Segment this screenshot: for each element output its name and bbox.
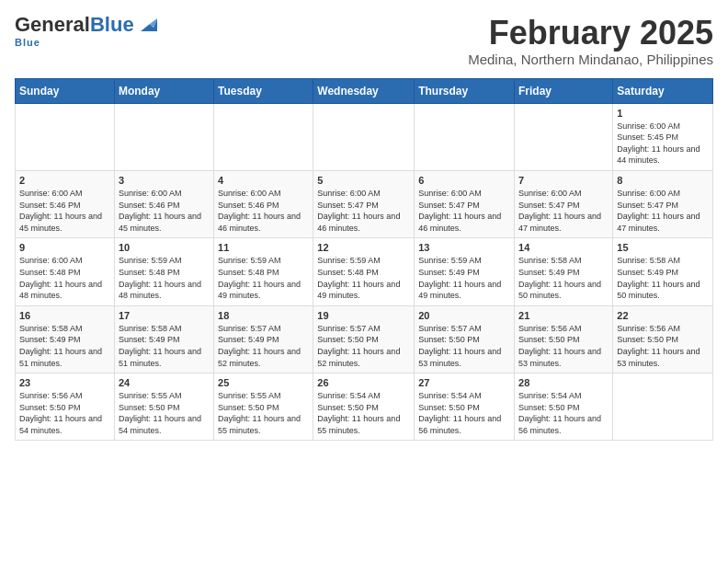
- day-info: Sunrise: 6:00 AM Sunset: 5:46 PM Dayligh…: [218, 188, 309, 234]
- day-number: 17: [119, 310, 210, 321]
- calendar-cell: 16Sunrise: 5:58 AM Sunset: 5:49 PM Dayli…: [16, 305, 115, 373]
- day-info: Sunrise: 6:00 AM Sunset: 5:48 PM Dayligh…: [19, 255, 110, 301]
- day-info: Sunrise: 5:55 AM Sunset: 5:50 PM Dayligh…: [218, 390, 309, 436]
- day-number: 23: [19, 377, 110, 388]
- day-number: 14: [518, 242, 609, 253]
- col-header-friday: Friday: [515, 78, 613, 103]
- day-number: 25: [218, 377, 309, 388]
- calendar-cell: [313, 103, 415, 170]
- page-header: GeneralBlue Blue February 2025 Medina, N…: [15, 15, 713, 67]
- day-info: Sunrise: 5:59 AM Sunset: 5:48 PM Dayligh…: [317, 255, 410, 301]
- col-header-monday: Monday: [114, 78, 213, 103]
- calendar-cell: 15Sunrise: 5:58 AM Sunset: 5:49 PM Dayli…: [613, 238, 713, 305]
- day-info: Sunrise: 5:58 AM Sunset: 5:49 PM Dayligh…: [617, 255, 709, 301]
- calendar-cell: 23Sunrise: 5:56 AM Sunset: 5:50 PM Dayli…: [16, 373, 115, 441]
- day-info: Sunrise: 6:00 AM Sunset: 5:45 PM Dayligh…: [617, 121, 709, 167]
- day-info: Sunrise: 5:58 AM Sunset: 5:49 PM Dayligh…: [518, 255, 609, 301]
- calendar-cell: 21Sunrise: 5:56 AM Sunset: 5:50 PM Dayli…: [515, 305, 613, 373]
- day-number: 24: [119, 377, 210, 388]
- calendar-week-2: 2Sunrise: 6:00 AM Sunset: 5:46 PM Daylig…: [16, 170, 713, 237]
- calendar-cell: [214, 103, 313, 170]
- col-header-thursday: Thursday: [415, 78, 515, 103]
- calendar-week-1: 1Sunrise: 6:00 AM Sunset: 5:45 PM Daylig…: [16, 103, 713, 170]
- location: Medina, Northern Mindanao, Philippines: [468, 52, 713, 67]
- day-info: Sunrise: 6:00 AM Sunset: 5:46 PM Dayligh…: [19, 188, 110, 234]
- logo-general: General: [15, 13, 90, 36]
- day-info: Sunrise: 5:59 AM Sunset: 5:49 PM Dayligh…: [418, 255, 510, 301]
- logo: GeneralBlue Blue: [15, 15, 157, 48]
- day-info: Sunrise: 6:00 AM Sunset: 5:47 PM Dayligh…: [317, 188, 410, 234]
- day-info: Sunrise: 5:59 AM Sunset: 5:48 PM Dayligh…: [119, 255, 210, 301]
- calendar-cell: 22Sunrise: 5:56 AM Sunset: 5:50 PM Dayli…: [613, 305, 713, 373]
- day-info: Sunrise: 5:58 AM Sunset: 5:49 PM Dayligh…: [119, 323, 210, 369]
- logo-subtitle: Blue: [15, 37, 40, 48]
- calendar-cell: 26Sunrise: 5:54 AM Sunset: 5:50 PM Dayli…: [313, 373, 415, 441]
- day-number: 1: [617, 108, 709, 119]
- calendar-cell: 24Sunrise: 5:55 AM Sunset: 5:50 PM Dayli…: [114, 373, 213, 441]
- calendar-cell: 3Sunrise: 6:00 AM Sunset: 5:46 PM Daylig…: [114, 170, 213, 237]
- col-header-saturday: Saturday: [613, 78, 713, 103]
- calendar-cell: 17Sunrise: 5:58 AM Sunset: 5:49 PM Dayli…: [114, 305, 213, 373]
- day-info: Sunrise: 5:59 AM Sunset: 5:48 PM Dayligh…: [218, 255, 309, 301]
- calendar-cell: 14Sunrise: 5:58 AM Sunset: 5:49 PM Dayli…: [515, 238, 613, 305]
- day-number: 6: [418, 175, 510, 186]
- day-number: 13: [418, 242, 510, 253]
- title-block: February 2025 Medina, Northern Mindanao,…: [468, 15, 713, 67]
- day-number: 19: [317, 310, 410, 321]
- calendar-cell: 12Sunrise: 5:59 AM Sunset: 5:48 PM Dayli…: [313, 238, 415, 305]
- day-info: Sunrise: 6:00 AM Sunset: 5:47 PM Dayligh…: [617, 188, 709, 234]
- calendar-cell: 18Sunrise: 5:57 AM Sunset: 5:49 PM Dayli…: [214, 305, 313, 373]
- calendar-cell: 9Sunrise: 6:00 AM Sunset: 5:48 PM Daylig…: [16, 238, 115, 305]
- day-info: Sunrise: 5:56 AM Sunset: 5:50 PM Dayligh…: [19, 390, 110, 436]
- day-number: 27: [418, 377, 510, 388]
- logo-icon: [137, 15, 157, 35]
- day-info: Sunrise: 5:58 AM Sunset: 5:49 PM Dayligh…: [19, 323, 110, 369]
- day-info: Sunrise: 5:56 AM Sunset: 5:50 PM Dayligh…: [617, 323, 709, 369]
- day-number: 5: [317, 175, 410, 186]
- day-number: 20: [418, 310, 510, 321]
- day-number: 28: [518, 377, 609, 388]
- col-header-sunday: Sunday: [16, 78, 115, 103]
- day-number: 10: [119, 242, 210, 253]
- day-info: Sunrise: 5:55 AM Sunset: 5:50 PM Dayligh…: [119, 390, 210, 436]
- day-number: 8: [617, 175, 709, 186]
- day-number: 18: [218, 310, 309, 321]
- calendar-cell: 5Sunrise: 6:00 AM Sunset: 5:47 PM Daylig…: [313, 170, 415, 237]
- day-info: Sunrise: 6:00 AM Sunset: 5:47 PM Dayligh…: [518, 188, 609, 234]
- day-info: Sunrise: 6:00 AM Sunset: 5:46 PM Dayligh…: [119, 188, 210, 234]
- day-info: Sunrise: 5:54 AM Sunset: 5:50 PM Dayligh…: [418, 390, 510, 436]
- day-number: 7: [518, 175, 609, 186]
- calendar-cell: [415, 103, 515, 170]
- logo-blue-text: Blue: [90, 13, 134, 36]
- calendar-cell: [16, 103, 115, 170]
- calendar-cell: 25Sunrise: 5:55 AM Sunset: 5:50 PM Dayli…: [214, 373, 313, 441]
- calendar-week-4: 16Sunrise: 5:58 AM Sunset: 5:49 PM Dayli…: [16, 305, 713, 373]
- day-info: Sunrise: 5:54 AM Sunset: 5:50 PM Dayligh…: [518, 390, 609, 436]
- calendar-cell: 2Sunrise: 6:00 AM Sunset: 5:46 PM Daylig…: [16, 170, 115, 237]
- calendar-cell: 6Sunrise: 6:00 AM Sunset: 5:47 PM Daylig…: [415, 170, 515, 237]
- col-header-tuesday: Tuesday: [214, 78, 313, 103]
- day-number: 3: [119, 175, 210, 186]
- calendar-header-row: SundayMondayTuesdayWednesdayThursdayFrid…: [16, 78, 713, 103]
- calendar-cell: 27Sunrise: 5:54 AM Sunset: 5:50 PM Dayli…: [415, 373, 515, 441]
- calendar-week-3: 9Sunrise: 6:00 AM Sunset: 5:48 PM Daylig…: [16, 238, 713, 305]
- calendar-cell: 1Sunrise: 6:00 AM Sunset: 5:45 PM Daylig…: [613, 103, 713, 170]
- day-number: 21: [518, 310, 609, 321]
- day-number: 2: [19, 175, 110, 186]
- calendar-table: SundayMondayTuesdayWednesdayThursdayFrid…: [15, 78, 713, 442]
- calendar-cell: 10Sunrise: 5:59 AM Sunset: 5:48 PM Dayli…: [114, 238, 213, 305]
- calendar-cell: 7Sunrise: 6:00 AM Sunset: 5:47 PM Daylig…: [515, 170, 613, 237]
- day-number: 16: [19, 310, 110, 321]
- day-number: 22: [617, 310, 709, 321]
- day-info: Sunrise: 5:56 AM Sunset: 5:50 PM Dayligh…: [518, 323, 609, 369]
- month-year: February 2025: [468, 15, 713, 52]
- calendar-cell: 20Sunrise: 5:57 AM Sunset: 5:50 PM Dayli…: [415, 305, 515, 373]
- calendar-cell: 8Sunrise: 6:00 AM Sunset: 5:47 PM Daylig…: [613, 170, 713, 237]
- day-info: Sunrise: 5:54 AM Sunset: 5:50 PM Dayligh…: [317, 390, 410, 436]
- calendar-cell: 13Sunrise: 5:59 AM Sunset: 5:49 PM Dayli…: [415, 238, 515, 305]
- calendar-cell: 28Sunrise: 5:54 AM Sunset: 5:50 PM Dayli…: [515, 373, 613, 441]
- calendar-week-5: 23Sunrise: 5:56 AM Sunset: 5:50 PM Dayli…: [16, 373, 713, 441]
- day-number: 26: [317, 377, 410, 388]
- day-number: 12: [317, 242, 410, 253]
- calendar-cell: [515, 103, 613, 170]
